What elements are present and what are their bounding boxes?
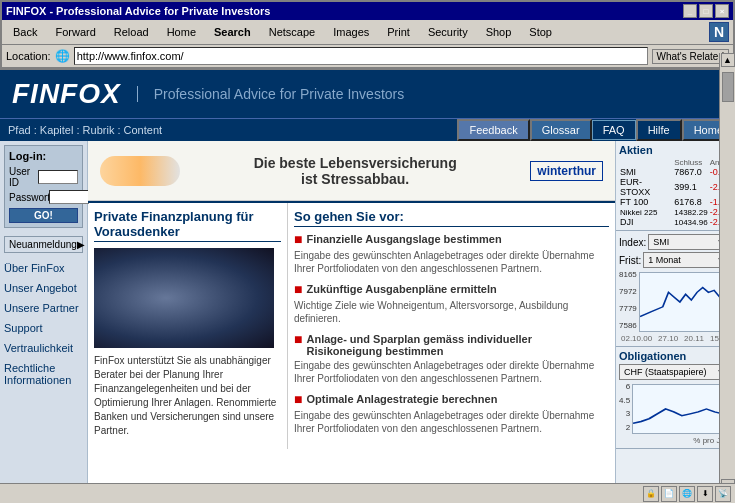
two-col-section: Private Finanzplanung für Vorausdenker F… [88, 201, 615, 449]
date-3: 20.11 [684, 334, 704, 343]
table-row: FT 100 6176.8 -1.4 [619, 197, 732, 207]
register-label: Neuanmeldung [9, 239, 77, 250]
step-4: ■ Optimale Anlagestrategie berechnen Ein… [294, 393, 609, 435]
sidebar-link-partner[interactable]: Unsere Partner [4, 301, 83, 315]
user-id-label: User ID [9, 166, 36, 188]
reload-button[interactable]: Reload [107, 24, 156, 40]
table-row: DJI 10434.96 -2.2 [619, 217, 732, 227]
step-3: ■ Anlage- und Sparplan gemäss individuel… [294, 333, 609, 385]
date-2: 27.10 [658, 334, 678, 343]
back-button[interactable]: Back [6, 24, 44, 40]
scroll-thumb[interactable] [722, 72, 734, 102]
left-sidebar: Log-in: User ID Passwort GO! Neuanmeldun… [0, 141, 88, 500]
page-header: FINFOX Professional Advice for Private I… [0, 70, 735, 118]
forward-button[interactable]: Forward [48, 24, 102, 40]
ad-text: Die beste Lebensversicherung ist Stressa… [254, 155, 457, 187]
title-text: FINFOX - Professional Advice for Private… [6, 5, 270, 17]
home-button[interactable]: Home [160, 24, 203, 40]
feedback-button[interactable]: Feedback [457, 119, 529, 141]
n-icon: N [714, 24, 724, 40]
user-id-field: User ID [9, 166, 78, 188]
aktien-table: Schluss And% SMI 7867.0 -0.8 EUR-STOXX 3… [619, 158, 732, 227]
breadcrumb: Pfad : Kapitel : Rubrik : Content [0, 120, 457, 140]
password-label: Passwort [9, 192, 47, 203]
search-button[interactable]: Search [207, 24, 258, 40]
sidebar-link-uberfinfox[interactable]: Über FinFox [4, 261, 83, 275]
chart-area: 8165 7972 7779 7586 [619, 270, 732, 334]
step-1: ■ Finanzielle Ausgangslage bestimmen Ein… [294, 233, 609, 275]
step-3-text: Eingabe des gewünschten Anlagebetrages o… [294, 359, 609, 385]
password-field: Passwort [9, 190, 78, 204]
close-button[interactable]: × [715, 4, 729, 18]
glossar-button[interactable]: Glossar [530, 119, 592, 141]
chart-y-axis: 8165 7972 7779 7586 [619, 270, 637, 330]
login-submit-button[interactable]: GO! [9, 208, 78, 223]
right-panel: Aktien Schluss And% SMI 7867.0 -0.8 [615, 141, 735, 500]
step-2-title: ■ Zukünftige Ausgabenpläne ermitteln [294, 283, 609, 297]
row-ft100-schluss: 6176.8 [673, 197, 708, 207]
security-button[interactable]: Security [421, 24, 475, 40]
download-icon: ⬇ [697, 486, 713, 502]
images-button[interactable]: Images [326, 24, 376, 40]
print-button[interactable]: Print [380, 24, 417, 40]
center-content: Die beste Lebensversicherung ist Stressa… [88, 141, 615, 500]
shop-button[interactable]: Shop [479, 24, 519, 40]
chart-y-7586: 7586 [619, 321, 637, 330]
browser-window: FINFOX - Professional Advice for Private… [0, 0, 735, 503]
register-arrow-icon: ▶ [77, 239, 85, 250]
faq-button[interactable]: FAQ [592, 120, 636, 140]
obligations-select[interactable]: CHF (Staatspapiere) [619, 364, 732, 380]
location-label: Location: [6, 50, 51, 62]
row-nikkei-name: Nikkei 225 [619, 207, 673, 217]
chart-x-labels: 02.10.00 27.10 20.11 15.12 [619, 334, 732, 343]
netscape-icon: N [709, 22, 729, 42]
minimize-button[interactable]: _ [683, 4, 697, 18]
step-2-text: Wichtige Ziele wie Wohneigentum, Altersv… [294, 299, 609, 325]
sidebar-link-vertraulichkeit[interactable]: Vertraulichkeit [4, 341, 83, 355]
index-row: Index: SMI [619, 234, 732, 250]
image-placeholder [94, 248, 274, 348]
main-page: FINFOX Professional Advice for Private I… [0, 70, 735, 500]
ad-line2: ist Stressabbau. [254, 171, 457, 187]
obl-y-axis: 6 4.5 3 2 [619, 382, 630, 432]
col-name-header [619, 158, 673, 167]
row-dji-name: DJI [619, 217, 673, 227]
stop-button[interactable]: Stop [522, 24, 559, 40]
scroll-track[interactable] [721, 67, 735, 479]
vertical-scrollbar[interactable]: ▲ ▼ [719, 53, 735, 493]
login-title: Log-in: [9, 150, 78, 162]
location-input[interactable] [74, 47, 648, 65]
scroll-up-button[interactable]: ▲ [721, 53, 735, 67]
obl-y-45: 4.5 [619, 396, 630, 405]
password-input[interactable] [49, 190, 89, 204]
security-icon: 🔒 [643, 486, 659, 502]
left-col-image [94, 248, 274, 348]
step-1-label: Finanzielle Ausgangslage bestimmen [306, 233, 501, 245]
netscape-button[interactable]: Netscape [262, 24, 322, 40]
register-button[interactable]: Neuanmeldung ▶ [4, 236, 83, 253]
step-4-text: Eingabe des gewünschten Anlagebetrages o… [294, 409, 609, 435]
step-2: ■ Zukünftige Ausgabenpläne ermitteln Wic… [294, 283, 609, 325]
step-2-bullet: ■ [294, 281, 302, 297]
chart-y-7779: 7779 [619, 304, 637, 313]
title-bar: FINFOX - Professional Advice for Private… [2, 2, 733, 20]
hilfe-button[interactable]: Hilfe [636, 119, 682, 141]
sidebar-link-rechtliche[interactable]: Rechtliche Informationen [4, 361, 83, 387]
sidebar-link-support[interactable]: Support [4, 321, 83, 335]
maximize-button[interactable]: □ [699, 4, 713, 18]
whats-related-button[interactable]: What's Related [652, 49, 730, 64]
user-id-input[interactable] [38, 170, 78, 184]
aktien-title: Aktien [619, 144, 732, 156]
obl-y-3: 3 [619, 409, 630, 418]
row-smi-schluss: 7867.0 [673, 167, 708, 177]
obl-y-label: % pro Jahr [619, 436, 732, 445]
location-icon: 🌐 [55, 49, 70, 63]
nav-bar: Pfad : Kapitel : Rubrik : Content Feedba… [0, 118, 735, 141]
row-smi-name: SMI [619, 167, 673, 177]
status-icons: 🔒 📄 🌐 ⬇ 📡 [643, 486, 731, 502]
obligations-chart-area: 6 4.5 3 2 [619, 382, 732, 436]
step-4-label: Optimale Anlagestrategie berechnen [306, 393, 497, 405]
sidebar-link-angebot[interactable]: Unser Angebot [4, 281, 83, 295]
frist-row: Frist: 1 Monat [619, 252, 732, 268]
step-4-bullet: ■ [294, 391, 302, 407]
